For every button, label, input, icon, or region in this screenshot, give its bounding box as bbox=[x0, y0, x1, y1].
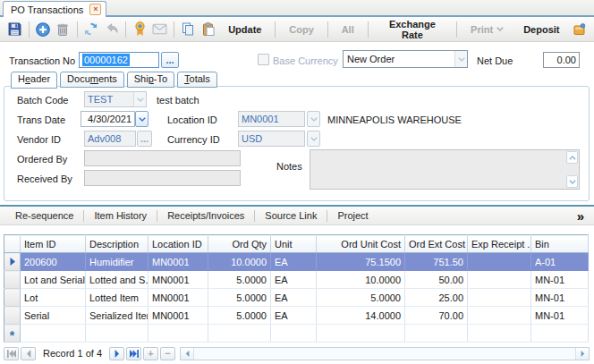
refresh-button[interactable] bbox=[81, 19, 102, 39]
grid-cell[interactable] bbox=[148, 325, 208, 343]
grid-row[interactable]: LotLotted ItemMN00015.0000EA5.000025.00M… bbox=[4, 289, 589, 307]
column-header-bin[interactable]: Bin bbox=[531, 235, 589, 253]
grid-cell[interactable] bbox=[468, 307, 531, 325]
grid-cell[interactable]: Lotted and S... bbox=[86, 271, 148, 289]
grid-cell[interactable] bbox=[317, 325, 405, 343]
grid-cell[interactable]: MN0001 bbox=[148, 271, 208, 289]
document-tab-po-transactions[interactable]: PO Transactions × bbox=[3, 1, 106, 17]
tab-totals[interactable]: Totals bbox=[177, 72, 217, 88]
detail-link-receipts-invoices[interactable]: Receipts/Invoices bbox=[159, 210, 252, 221]
print-button[interactable]: Print bbox=[461, 19, 513, 39]
email-button[interactable] bbox=[149, 19, 170, 39]
grid-cell[interactable] bbox=[271, 325, 317, 343]
delete-row-button[interactable]: − bbox=[160, 347, 175, 360]
row-selector[interactable] bbox=[4, 271, 21, 289]
grid-cell[interactable]: EA bbox=[271, 289, 317, 307]
grid-cell[interactable]: Lot bbox=[21, 289, 86, 307]
current-row-indicator[interactable] bbox=[4, 253, 21, 271]
grid-cell[interactable]: 75.1500 bbox=[317, 253, 405, 271]
grid-cell[interactable]: 5.0000 bbox=[208, 271, 271, 289]
grid-cell[interactable] bbox=[21, 325, 86, 343]
grid-cell[interactable]: MN0001 bbox=[148, 307, 208, 325]
grid-cell[interactable]: MN-01 bbox=[531, 307, 589, 325]
tab-documents[interactable]: Documents bbox=[60, 72, 124, 88]
column-header-exp-receipt[interactable]: Exp Receipt ... bbox=[468, 235, 531, 253]
add-record-button[interactable] bbox=[33, 19, 54, 39]
scroll-left-icon[interactable] bbox=[181, 348, 194, 360]
grid-row[interactable]: 200600HumidifierMN000110.0000EA75.150075… bbox=[4, 253, 589, 271]
detail-link-project[interactable]: Project bbox=[329, 210, 376, 221]
column-header-location-id[interactable]: Location ID bbox=[148, 235, 208, 253]
grid-cell[interactable] bbox=[468, 271, 531, 289]
undo-button[interactable] bbox=[101, 19, 122, 39]
grid-cell[interactable]: 10.0000 bbox=[208, 253, 271, 271]
column-header-ord-qty[interactable]: Ord Qty bbox=[208, 235, 271, 253]
grid-cell[interactable]: 70.00 bbox=[405, 307, 468, 325]
grid-cell[interactable]: 14.0000 bbox=[317, 307, 405, 325]
detail-link-item-history[interactable]: Item History bbox=[86, 210, 155, 221]
notes-textarea[interactable] bbox=[310, 149, 580, 190]
grid-cell[interactable] bbox=[468, 253, 531, 271]
grid-cell[interactable]: Lot and Serial... bbox=[21, 271, 86, 289]
grid-cell[interactable] bbox=[405, 325, 468, 343]
column-header-item-id[interactable]: Item ID bbox=[21, 235, 86, 253]
batch-code-combo[interactable]: TEST bbox=[84, 91, 147, 107]
tab-ship-to[interactable]: Ship-To bbox=[127, 72, 174, 88]
grid-cell[interactable]: 25.00 bbox=[405, 289, 468, 307]
scroll-up-icon[interactable] bbox=[566, 151, 578, 164]
grid-cell[interactable]: 5.0000 bbox=[208, 289, 271, 307]
scroll-down-icon[interactable] bbox=[566, 175, 578, 188]
close-icon[interactable]: × bbox=[89, 4, 101, 15]
grid-corner-header[interactable] bbox=[4, 235, 21, 253]
notes-attachment-button[interactable] bbox=[569, 19, 590, 39]
grid-cell[interactable]: EA bbox=[271, 307, 317, 325]
grid-cell[interactable]: MN0001 bbox=[148, 289, 208, 307]
grid-cell[interactable]: MN-01 bbox=[531, 271, 589, 289]
grid-cell[interactable]: EA bbox=[271, 271, 317, 289]
grid-cell[interactable] bbox=[531, 325, 589, 343]
deposit-button[interactable]: Deposit bbox=[513, 19, 569, 39]
base-currency-checkbox[interactable] bbox=[258, 54, 269, 65]
paste-button[interactable] bbox=[199, 19, 219, 39]
column-header-ord-ext-cost[interactable]: Ord Ext Cost bbox=[405, 235, 468, 253]
order-status-select[interactable]: New Order bbox=[343, 50, 468, 68]
new-row-indicator[interactable]: * bbox=[4, 325, 21, 343]
grid-cell[interactable] bbox=[468, 289, 531, 307]
location-id-dropdown-button[interactable] bbox=[307, 111, 320, 127]
horizontal-scrollbar[interactable] bbox=[180, 347, 590, 360]
all-button[interactable]: All bbox=[332, 19, 364, 39]
grid-new-row[interactable]: * bbox=[4, 325, 589, 343]
delete-record-button[interactable] bbox=[53, 19, 73, 39]
grid-cell[interactable]: 751.50 bbox=[405, 253, 468, 271]
first-record-button[interactable] bbox=[4, 347, 19, 360]
previous-record-button[interactable] bbox=[21, 347, 36, 360]
grid-cell[interactable]: Serial bbox=[21, 307, 86, 325]
grid-cell[interactable]: A-01 bbox=[531, 253, 589, 271]
trans-date-picker-button[interactable] bbox=[135, 111, 148, 127]
grid-cell[interactable]: Humidifier bbox=[86, 253, 148, 271]
column-header-description[interactable]: Description bbox=[86, 235, 148, 253]
ordered-by-input[interactable] bbox=[84, 150, 241, 166]
detail-link-source-link[interactable]: Source Link bbox=[257, 210, 325, 221]
currency-id-dropdown-button[interactable] bbox=[307, 131, 320, 147]
scrollbar-track[interactable] bbox=[194, 348, 575, 360]
vendor-lookup-button[interactable]: ... bbox=[137, 131, 152, 147]
grid-cell[interactable]: 50.00 bbox=[405, 271, 468, 289]
grid-cell[interactable]: 5.0000 bbox=[208, 307, 271, 325]
badge-button[interactable] bbox=[130, 19, 150, 39]
last-record-button[interactable] bbox=[126, 347, 141, 360]
grid-cell[interactable]: Serialized Item bbox=[86, 307, 148, 325]
currency-id-combo[interactable]: USD bbox=[238, 131, 305, 147]
location-id-combo[interactable]: MN0001 bbox=[238, 111, 305, 127]
grid-cell[interactable]: MN0001 bbox=[148, 253, 208, 271]
transaction-no-input[interactable]: 00000162 bbox=[79, 52, 159, 68]
add-row-button[interactable]: + bbox=[143, 347, 158, 360]
tab-header[interactable]: Header bbox=[11, 72, 57, 89]
grid-cell[interactable] bbox=[468, 325, 531, 343]
grid-cell[interactable]: 10.0000 bbox=[317, 271, 405, 289]
overflow-chevron-icon[interactable]: » bbox=[577, 208, 587, 224]
column-header-unit[interactable]: Unit bbox=[271, 235, 317, 253]
trans-date-input[interactable]: 4/30/2021 bbox=[81, 111, 135, 127]
grid-cell[interactable]: 5.0000 bbox=[317, 289, 405, 307]
grid-cell[interactable]: Lotted Item bbox=[86, 289, 148, 307]
